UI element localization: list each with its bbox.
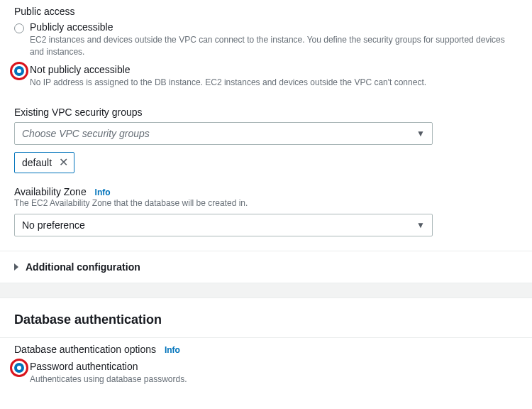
additional-configuration-toggle[interactable]: Additional configuration [0,251,532,283]
vpc-security-groups-label: Existing VPC security groups [14,107,518,118]
availability-zone-label: Availability Zone [14,186,87,197]
vpc-sg-chip-label: default [22,157,52,168]
availability-zone-select[interactable]: No preference ▼ [14,214,433,236]
db-auth-info-link[interactable]: Info [165,345,180,355]
radio-publicly-accessible[interactable] [14,23,24,33]
availability-zone-value: No preference [22,219,85,231]
section-gap [0,283,532,298]
caret-right-icon [14,263,18,271]
radio-not-publicly-accessible-desc: No IP address is assigned to the DB inst… [30,77,518,89]
vpc-sg-chip-default: default ✕ [14,152,74,173]
remove-chip-icon[interactable]: ✕ [59,157,68,168]
db-auth-options-label: Database authentication options [14,344,156,355]
radio-not-publicly-accessible[interactable] [14,66,24,76]
radio-publicly-accessible-desc: EC2 instances and devices outside the VP… [30,34,518,58]
vpc-security-groups-placeholder: Choose VPC security groups [22,128,150,139]
radio-password-auth-desc: Authenticates using database passwords. [30,373,518,386]
database-authentication-heading: Database authentication [0,298,532,337]
public-access-label: Public access [14,6,518,17]
additional-configuration-label: Additional configuration [26,261,140,273]
vpc-security-groups-select[interactable]: Choose VPC security groups ▼ [14,122,433,145]
radio-publicly-accessible-row[interactable]: Publicly accessible EC2 instances and de… [14,21,518,58]
radio-publicly-accessible-title: Publicly accessible [30,21,518,33]
radio-not-publicly-accessible-row[interactable]: Not publicly accessible No IP address is… [14,64,518,89]
availability-zone-helper: The EC2 Availability Zone that the datab… [14,197,518,209]
radio-password-auth[interactable] [14,363,24,373]
chevron-down-icon: ▼ [416,129,425,138]
availability-zone-info-link[interactable]: Info [95,187,111,197]
chevron-down-icon: ▼ [416,220,425,230]
radio-password-auth-row[interactable]: Password authentication Authenticates us… [14,361,518,386]
radio-password-auth-title: Password authentication [30,361,518,372]
radio-not-publicly-accessible-title: Not publicly accessible [30,64,518,75]
